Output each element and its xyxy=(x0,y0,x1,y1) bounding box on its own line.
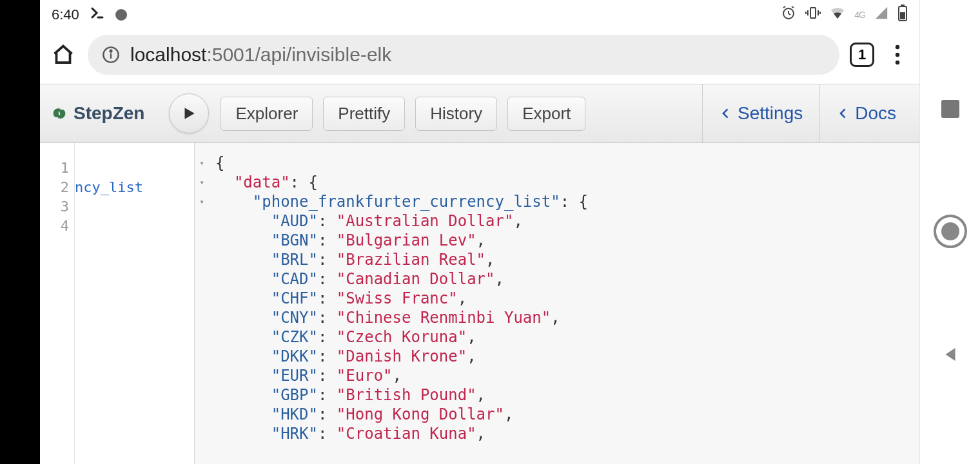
settings-link[interactable]: Settings xyxy=(702,84,819,142)
svg-point-16 xyxy=(110,50,112,52)
wifi-icon xyxy=(830,5,845,24)
svg-line-4 xyxy=(783,6,785,8)
fold-toggle[interactable]: ▾ xyxy=(195,153,209,173)
fold-gutter[interactable]: ▾ ▾ ▾ xyxy=(195,143,209,464)
execute-button[interactable] xyxy=(169,93,209,133)
result-pane: ▾ ▾ ▾ { "data": { "phone_frankfurter_cur… xyxy=(195,143,919,464)
prettify-button[interactable]: Prettify xyxy=(323,97,405,131)
signal-icon xyxy=(874,6,888,24)
status-time: 6:40 xyxy=(52,6,79,23)
url-bar[interactable]: localhost:5001/api/invisible-elk xyxy=(88,35,839,75)
android-nav-bar xyxy=(919,0,980,464)
graphiql-toolbar: StepZen Explorer Prettify History Export… xyxy=(40,84,919,143)
url-text: localhost:5001/api/invisible-elk xyxy=(130,44,391,66)
site-info-icon[interactable] xyxy=(101,44,121,65)
vibrate-icon xyxy=(805,5,821,24)
svg-rect-6 xyxy=(810,8,816,18)
svg-point-19 xyxy=(896,61,899,64)
alarm-icon xyxy=(781,5,796,24)
svg-line-3 xyxy=(789,14,790,15)
network-label: 4G xyxy=(854,10,865,20)
battery-icon xyxy=(897,5,908,25)
svg-line-5 xyxy=(792,6,794,8)
status-bar: 6:40 4G xyxy=(40,0,919,30)
export-button[interactable]: Export xyxy=(507,97,585,131)
docs-label: Docs xyxy=(855,103,896,124)
query-editor[interactable]: 1234 ncy_list xyxy=(40,143,195,464)
stepzen-logo-text: StepZen xyxy=(74,103,144,124)
fold-toggle[interactable]: ▾ xyxy=(195,192,209,211)
svg-point-17 xyxy=(896,45,899,49)
svg-rect-12 xyxy=(901,5,905,6)
tabs-button[interactable]: 1 xyxy=(850,43,874,67)
query-code[interactable]: ncy_list xyxy=(75,143,143,464)
dot-icon xyxy=(115,9,127,21)
device-bezel-left xyxy=(0,0,40,464)
stepzen-logo-icon xyxy=(50,104,68,122)
chevron-left-icon xyxy=(720,107,732,120)
home-nav-button[interactable] xyxy=(934,215,967,248)
settings-label: Settings xyxy=(738,103,803,124)
fold-toggle[interactable]: ▾ xyxy=(195,173,209,192)
svg-rect-13 xyxy=(900,12,905,19)
explorer-button[interactable]: Explorer xyxy=(220,97,313,131)
stepzen-logo: StepZen xyxy=(46,103,148,124)
result-json[interactable]: { "data": { "phone_frankfurter_currency_… xyxy=(209,143,919,464)
chevron-left-icon xyxy=(837,107,850,120)
editor-area: 1234 ncy_list ▾ ▾ ▾ { "data": { "phone_f… xyxy=(40,143,919,464)
history-button[interactable]: History xyxy=(415,97,497,131)
home-button[interactable] xyxy=(49,41,77,69)
docs-link[interactable]: Docs xyxy=(819,84,913,142)
svg-point-18 xyxy=(896,53,899,57)
line-gutter: 1234 xyxy=(40,143,75,464)
terminal-icon xyxy=(90,5,105,24)
tabs-count: 1 xyxy=(858,46,866,63)
recents-button[interactable] xyxy=(941,100,959,118)
back-button[interactable] xyxy=(941,345,960,364)
browser-chrome: localhost:5001/api/invisible-elk 1 xyxy=(40,30,919,84)
browser-menu-button[interactable] xyxy=(885,42,910,68)
